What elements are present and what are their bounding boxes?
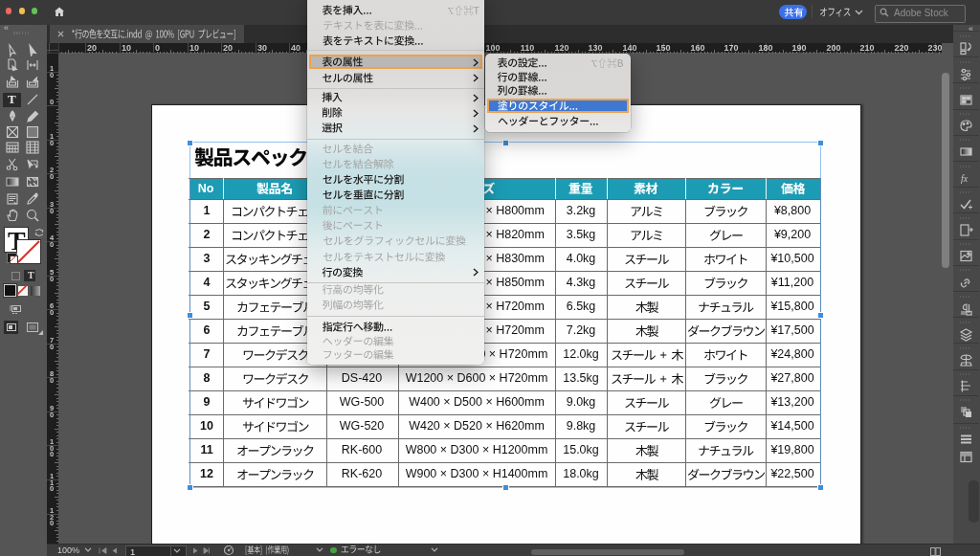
svg-text:fx: fx	[961, 173, 969, 184]
